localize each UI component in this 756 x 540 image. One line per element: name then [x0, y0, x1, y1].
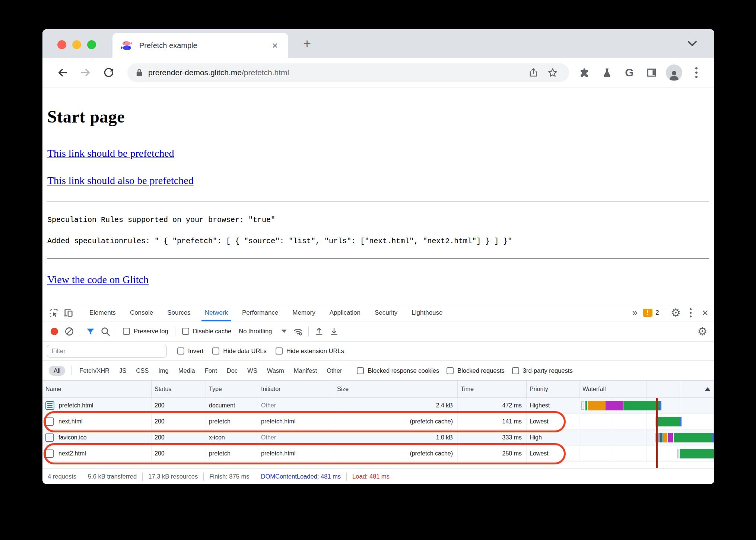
- profile-avatar[interactable]: [664, 63, 684, 82]
- tab-network[interactable]: Network: [198, 304, 235, 321]
- search-icon[interactable]: [98, 324, 113, 339]
- column-header-priority[interactable]: Priority: [527, 381, 579, 397]
- record-network-log-button[interactable]: [47, 324, 62, 339]
- more-tabs-icon[interactable]: »: [629, 307, 640, 318]
- load-event-line: [656, 398, 658, 468]
- device-toolbar-icon[interactable]: [61, 305, 76, 320]
- divider: [47, 201, 709, 201]
- export-har-icon[interactable]: [327, 324, 342, 339]
- blocked-response-cookies-checkbox[interactable]: Blocked response cookies: [357, 367, 439, 374]
- column-header-status[interactable]: Status: [152, 381, 206, 397]
- divider: [82, 473, 82, 481]
- tab-console[interactable]: Console: [123, 304, 160, 321]
- table-body: prefetch.html 200 document Other 2.4 kB …: [42, 398, 714, 468]
- filter-pill-other[interactable]: Other: [324, 366, 345, 376]
- checkbox-icon[interactable]: [123, 328, 130, 335]
- back-button[interactable]: [53, 63, 72, 82]
- filter-pill-doc[interactable]: Doc: [224, 366, 241, 376]
- tab-application[interactable]: Application: [323, 304, 368, 321]
- import-har-icon[interactable]: [312, 324, 327, 339]
- tab-memory[interactable]: Memory: [285, 304, 322, 321]
- forward-button[interactable]: [76, 63, 95, 82]
- address-bar[interactable]: prerender-demos.glitch.me/prefetch.html: [127, 63, 569, 82]
- column-header-time[interactable]: Time: [458, 381, 527, 397]
- initiator-link[interactable]: prefetch.html: [261, 418, 295, 425]
- clear-network-log-button[interactable]: [62, 324, 77, 339]
- reload-button[interactable]: [99, 63, 118, 82]
- column-header-size[interactable]: Size: [334, 381, 458, 397]
- column-header-name[interactable]: Name: [42, 381, 152, 397]
- zoom-window-button[interactable]: [87, 40, 96, 49]
- filter-pill-font[interactable]: Font: [202, 366, 220, 376]
- lock-icon: [136, 68, 143, 77]
- invert-checkbox[interactable]: Invert: [177, 347, 203, 355]
- table-row[interactable]: favicon.ico 200 x-icon Other 1.0 kB 333 …: [42, 430, 714, 446]
- browser-tab[interactable]: Prefetch example ×: [112, 33, 288, 58]
- table-row[interactable]: next.html 200 prefetch prefetch.html (pr…: [42, 414, 714, 430]
- devtools-close-icon[interactable]: ×: [698, 307, 712, 318]
- glitch-code-link[interactable]: View the code on Glitch: [47, 274, 149, 286]
- devtools-menu-dots-icon[interactable]: [683, 305, 698, 320]
- third-party-requests-checkbox[interactable]: 3rd-party requests: [512, 367, 573, 374]
- checkbox-icon[interactable]: [212, 347, 219, 355]
- table-row[interactable]: next2.html 200 prefetch prefetch.html (p…: [42, 446, 714, 462]
- finish-time: Finish: 875 ms: [207, 473, 251, 480]
- devtools-settings-gear-icon[interactable]: ⚙: [668, 305, 683, 320]
- column-header-waterfall[interactable]: Waterfall: [579, 381, 714, 397]
- minimize-window-button[interactable]: [72, 40, 81, 49]
- tab-search-chevron-icon[interactable]: [687, 39, 698, 48]
- filter-input[interactable]: [47, 345, 167, 358]
- close-window-button[interactable]: [57, 40, 66, 49]
- checkbox-icon[interactable]: [177, 347, 184, 355]
- filter-pill-manifest[interactable]: Manifest: [291, 366, 320, 376]
- prefetch-link-2[interactable]: This link should also be prefetched: [47, 175, 194, 187]
- column-header-initiator[interactable]: Initiator: [258, 381, 334, 397]
- share-button[interactable]: [524, 63, 543, 82]
- tab-performance[interactable]: Performance: [235, 304, 285, 321]
- tab-security[interactable]: Security: [368, 304, 404, 321]
- network-conditions-icon[interactable]: [290, 324, 305, 339]
- filter-funnel-icon[interactable]: [83, 324, 98, 339]
- disable-cache-checkbox[interactable]: Disable cache: [182, 328, 232, 335]
- filter-pill-all[interactable]: All: [49, 366, 65, 376]
- browser-menu-dots-icon[interactable]: [687, 63, 706, 82]
- blocked-requests-checkbox[interactable]: Blocked requests: [447, 367, 505, 374]
- filter-pill-ws[interactable]: WS: [244, 366, 260, 376]
- screenshot-stage: Prefetch example × +: [0, 0, 756, 540]
- hide-extension-urls-checkbox[interactable]: Hide extension URLs: [276, 347, 344, 355]
- filter-pill-media[interactable]: Media: [175, 366, 198, 376]
- side-panel-icon[interactable]: [642, 63, 661, 82]
- google-g-icon[interactable]: G: [620, 63, 639, 82]
- hide-data-urls-checkbox[interactable]: Hide data URLs: [212, 347, 266, 355]
- tab-sources[interactable]: Sources: [160, 304, 197, 321]
- filter-pill-fetchxhr[interactable]: Fetch/XHR: [76, 366, 112, 376]
- checkbox-icon[interactable]: [447, 367, 454, 374]
- table-row[interactable]: prefetch.html 200 document Other 2.4 kB …: [42, 398, 714, 414]
- filter-pill-wasm[interactable]: Wasm: [264, 366, 287, 376]
- network-settings-gear-icon[interactable]: ⚙: [695, 324, 710, 339]
- devtools-tabbar: Elements Console Sources Network Perform…: [42, 304, 714, 321]
- filter-pill-js[interactable]: JS: [116, 366, 129, 376]
- tab-lighthouse[interactable]: Lighthouse: [404, 304, 450, 321]
- tab-close-icon[interactable]: ×: [270, 40, 280, 51]
- tab-elements[interactable]: Elements: [82, 304, 123, 321]
- prefetch-link-1[interactable]: This link should be prefetched: [47, 147, 174, 159]
- column-header-type[interactable]: Type: [206, 381, 258, 397]
- initiator-link[interactable]: prefetch.html: [261, 450, 295, 457]
- new-tab-button[interactable]: +: [303, 37, 311, 51]
- preserve-log-checkbox[interactable]: Preserve log: [123, 328, 168, 335]
- waterfall-bar: [579, 414, 714, 429]
- chrome-labs-flask-icon[interactable]: [597, 63, 617, 82]
- checkbox-icon[interactable]: [276, 347, 283, 355]
- extensions-puzzle-icon[interactable]: [575, 63, 594, 82]
- filter-pill-css[interactable]: CSS: [133, 366, 152, 376]
- bookmark-star-button[interactable]: [543, 63, 562, 82]
- inspect-element-icon[interactable]: [46, 305, 61, 320]
- checkbox-icon[interactable]: [357, 367, 364, 374]
- filter-pill-img[interactable]: Img: [155, 366, 172, 376]
- issues-button[interactable]: 2: [640, 309, 662, 317]
- checkbox-icon[interactable]: [182, 328, 189, 335]
- resource-type-filters: All Fetch/XHR JS CSS Img Media Font Doc …: [42, 361, 714, 381]
- throttling-dropdown[interactable]: No throttling: [239, 328, 287, 335]
- checkbox-icon[interactable]: [512, 367, 519, 374]
